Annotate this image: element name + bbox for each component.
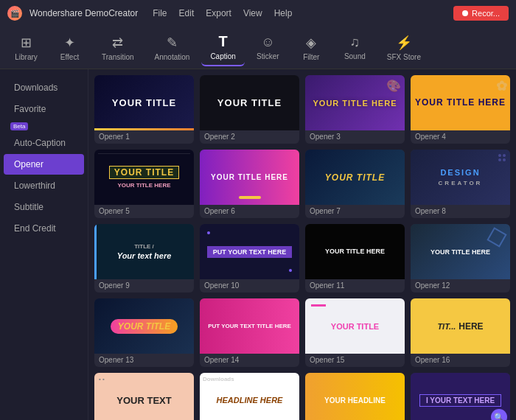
tool-caption-label: Caption — [210, 52, 235, 60]
menu-file[interactable]: File — [153, 8, 167, 18]
opener-15-card[interactable]: YOUR TITLE Opener 15 — [305, 298, 405, 367]
caption-icon: T — [219, 33, 228, 50]
opener-10-card[interactable]: PUT YOUR TEXT HERE Opener 10 — [200, 224, 299, 293]
beta-badge: Beta — [10, 122, 28, 130]
opener-3-title: YOUR TITLE HERE — [313, 99, 397, 108]
tool-library[interactable]: ⊞ Library — [6, 30, 46, 66]
opener-9-card[interactable]: TITLE / Your text here Opener 9 — [94, 224, 194, 293]
tool-filter-label: Filter — [303, 53, 319, 61]
menu-help[interactable]: Help — [274, 8, 293, 18]
opener-5-title: YOUR TITLE — [109, 166, 179, 179]
opener-4-label: Opener 4 — [411, 130, 510, 144]
opener-8-card[interactable]: DESIGN CREATOR Opener 8 — [411, 150, 510, 218]
sidebar-item-favorite[interactable]: Favorite — [4, 99, 84, 119]
opener-9-title: Your text here — [117, 251, 172, 260]
opener-1-title: YOUR TITLE — [112, 97, 176, 108]
opener-grid: YOUR TITLE Opener 1 YOUR TITLE Opener 2 — [94, 75, 510, 420]
opener-7-card[interactable]: Your Title Opener 7 — [305, 150, 405, 218]
titlebar: 🎬 Wondershare DemoCreator File Edit Expo… — [0, 0, 516, 27]
opener-8-title: DESIGN — [440, 167, 480, 178]
opener-12-card[interactable]: YOUR TITLE HERE Opener 12 — [411, 224, 510, 293]
opener-17-title: YOUR TEXT — [116, 395, 171, 406]
opener-6-label: Opener 6 — [200, 205, 299, 218]
record-button[interactable]: Recor... — [453, 6, 509, 21]
tool-effect-label: Effect — [60, 53, 79, 61]
tool-caption[interactable]: T Caption — [201, 29, 244, 66]
opener-7-label: Opener 7 — [305, 205, 405, 218]
annotation-icon: ✎ — [167, 35, 178, 51]
sticker-icon: ☺ — [261, 35, 274, 50]
opener-19-card[interactable]: YOUR HEADLINE ··· — [305, 373, 405, 420]
main-area: Downloads Favorite Beta Auto-Caption Ope… — [0, 69, 516, 420]
opener-16-title: HERE — [459, 321, 483, 332]
sound-icon: ♫ — [350, 35, 360, 50]
content-area[interactable]: YOUR TITLE Opener 1 YOUR TITLE Opener 2 — [88, 69, 516, 420]
opener-13-title: YOUR TITLE — [118, 321, 170, 332]
transition-icon: ⇄ — [112, 35, 123, 51]
filter-icon: ◈ — [306, 35, 316, 51]
toolbar: ⊞ Library ✦ Effect ⇄ Transition ✎ Annota… — [0, 27, 516, 69]
opener-3-card[interactable]: YOUR TITLE HERE 🎨 Opener 3 — [305, 75, 405, 144]
tool-sfx-label: SFX Store — [387, 53, 421, 61]
opener-1-label: Opener 1 — [94, 130, 194, 144]
tool-annotation-label: Annotation — [155, 53, 190, 61]
opener-11-title: YOUR TITLE HERE — [325, 248, 385, 256]
tool-sfx[interactable]: ⚡ SFX Store — [378, 30, 430, 66]
opener-14-label: Opener 14 — [200, 354, 299, 367]
tool-effect[interactable]: ✦ Effect — [49, 30, 90, 66]
menu-view[interactable]: View — [243, 8, 262, 18]
sidebar-item-downloads[interactable]: Downloads — [4, 77, 84, 98]
opener-16-label: Opener 16 — [411, 354, 510, 367]
tool-annotation[interactable]: ✎ Annotation — [146, 30, 199, 66]
tool-sound[interactable]: ♫ Sound — [335, 30, 375, 65]
tool-sticker-label: Sticker — [257, 52, 279, 60]
tool-sticker[interactable]: ☺ Sticker — [248, 30, 288, 65]
opener-12-title: YOUR TITLE HERE — [430, 248, 490, 256]
opener-11-label: Opener 11 — [305, 279, 405, 293]
opener-14-title: PUT YOUR TEXT TITLE HERE — [202, 323, 297, 329]
opener-17-card[interactable]: YOUR TEXT • • ··· — [94, 373, 194, 420]
opener-2-label: Opener 2 — [200, 130, 299, 144]
opener-9-label: Opener 9 — [94, 279, 194, 293]
sidebar-item-end-credit[interactable]: End Credit — [4, 218, 84, 239]
opener-16-card[interactable]: TIT... HERE Opener 16 — [411, 298, 510, 367]
app-logo: 🎬 — [7, 6, 22, 21]
opener-3-label: Opener 3 — [305, 130, 405, 144]
app-name: Wondershare DemoCreator — [29, 8, 138, 18]
tool-transition-label: Transition — [102, 53, 134, 61]
sidebar-item-lowerthird[interactable]: Lowerthird — [4, 175, 84, 196]
sidebar-item-subtitle[interactable]: Subtitle — [4, 197, 84, 217]
opener-20-title: I YOUR TEXT HERE — [419, 394, 501, 407]
tool-filter[interactable]: ◈ Filter — [291, 30, 332, 66]
opener-9-top: TITLE / — [134, 243, 154, 250]
opener-6-card[interactable]: YOUR TITLE HERE Opener 6 — [200, 150, 299, 218]
sidebar-item-opener[interactable]: Opener — [4, 154, 84, 175]
menu-export[interactable]: Export — [206, 8, 231, 18]
opener-14-card[interactable]: PUT YOUR TEXT TITLE HERE Opener 14 — [200, 298, 299, 367]
menu-bar: File Edit Export View Help — [153, 8, 292, 18]
opener-6-title: YOUR TITLE HERE — [211, 173, 288, 181]
opener-1-card[interactable]: YOUR TITLE Opener 1 — [94, 75, 194, 144]
opener-8-label: Opener 8 — [411, 205, 510, 218]
search-icon[interactable]: 🔍 — [491, 409, 507, 420]
tool-library-label: Library — [15, 53, 38, 61]
menu-edit[interactable]: Edit — [179, 8, 195, 18]
opener-5-label: Opener 5 — [94, 205, 194, 218]
sidebar-item-auto-caption[interactable]: Auto-Caption — [4, 133, 84, 153]
opener-2-card[interactable]: YOUR TITLE Opener 2 — [200, 75, 299, 144]
opener-15-title: YOUR TITLE — [331, 322, 379, 331]
opener-15-label: Opener 15 — [305, 354, 405, 367]
opener-13-card[interactable]: YOUR TITLE Opener 13 — [94, 298, 194, 367]
sfx-icon: ⚡ — [396, 35, 412, 51]
opener-19-title: YOUR HEADLINE — [324, 396, 386, 405]
opener-4-card[interactable]: YOUR TITLE HERE ✿ Opener 4 — [411, 75, 510, 144]
opener-12-label: Opener 12 — [411, 279, 510, 293]
opener-20-card[interactable]: I YOUR TEXT HERE 🔍 ··· — [411, 373, 510, 420]
opener-11-card[interactable]: YOUR TITLE HERE Opener 11 — [305, 224, 405, 293]
opener-2-title: YOUR TITLE — [217, 97, 282, 108]
opener-10-label: Opener 10 — [200, 279, 299, 293]
opener-18-card[interactable]: HEADLINE HERE Downloads ··· — [200, 373, 299, 420]
opener-5-card[interactable]: YOUR TITLE YOUR TITLE HERE Opener 5 — [94, 150, 194, 218]
opener-8-sub: CREATOR — [439, 179, 483, 187]
tool-transition[interactable]: ⇄ Transition — [93, 30, 143, 66]
